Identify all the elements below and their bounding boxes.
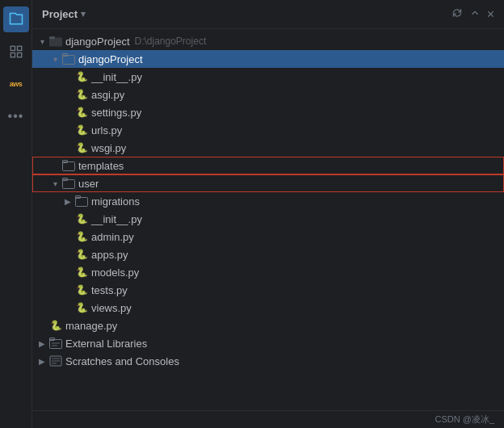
chevron-down-icon: ▾ xyxy=(81,9,86,19)
panel-header: Project ▾ × xyxy=(32,0,504,29)
svg-rect-5 xyxy=(49,36,55,39)
arrow-icon: ▾ xyxy=(48,55,61,64)
migrations-label: migrations xyxy=(91,195,140,208)
svg-rect-3 xyxy=(17,53,21,57)
file-tree: ▾ djangoProject D:\djangoProject ▾ djang… xyxy=(32,29,504,410)
python-file-icon: 🐍 xyxy=(74,213,89,224)
arrow-icon: ▾ xyxy=(36,37,48,46)
file-label: settings.py xyxy=(91,107,141,119)
file-label: tests.py xyxy=(91,284,128,296)
file-label: manage.py xyxy=(65,320,117,332)
svg-rect-12 xyxy=(76,198,88,207)
grid-activity-icon[interactable] xyxy=(3,39,29,65)
bottom-bar-text: CSDN @凌冰_ xyxy=(435,413,494,426)
folder-sq-icon xyxy=(61,178,76,189)
file-label: admin.py xyxy=(91,231,134,243)
tree-item-apps[interactable]: 🐍 apps.py xyxy=(32,245,504,263)
arrow-icon: ▶ xyxy=(36,339,48,348)
python-file-icon: 🐍 xyxy=(74,71,89,82)
file-label: __init__.py xyxy=(91,213,142,225)
svg-rect-8 xyxy=(63,162,75,171)
python-file-icon: 🐍 xyxy=(74,266,89,278)
file-label: urls.py xyxy=(91,124,122,136)
panel-title[interactable]: Project ▾ xyxy=(42,8,86,20)
python-file-icon: 🐍 xyxy=(74,107,89,118)
arrow-icon: ▶ xyxy=(36,357,48,366)
svg-rect-6 xyxy=(63,56,75,65)
tree-item-tests[interactable]: 🐍 tests.py xyxy=(32,281,504,299)
scratches-label: Scratches and Consoles xyxy=(65,355,179,367)
python-file-icon: 🐍 xyxy=(74,231,89,242)
arrow-icon: ▾ xyxy=(48,179,61,188)
tree-item-init-1[interactable]: 🐍 __init__.py xyxy=(32,68,504,86)
tree-item-views[interactable]: 🐍 views.py xyxy=(32,299,504,317)
panel-actions: × xyxy=(452,7,494,22)
folder-icon xyxy=(48,36,63,47)
python-file-icon: 🐍 xyxy=(74,302,89,313)
tree-item-migrations[interactable]: ▶ migrations xyxy=(32,192,504,210)
folder-outline-icon xyxy=(61,160,76,171)
tree-item-admin[interactable]: 🐍 admin.py xyxy=(32,228,504,245)
tree-item-wsgi[interactable]: 🐍 wsgi.py xyxy=(32,139,504,157)
aws-activity-icon[interactable]: aws xyxy=(3,71,29,97)
svg-rect-2 xyxy=(10,53,15,57)
tree-item-djangoproject-sub[interactable]: ▾ djangoProject xyxy=(32,50,504,68)
sub-folder-label: djangoProject xyxy=(78,53,143,65)
main-panel: Project ▾ × ▾ xyxy=(32,0,504,428)
library-icon xyxy=(48,338,63,349)
tree-item-external[interactable]: ▶ External Libraries xyxy=(32,334,504,352)
file-label: wsgi.py xyxy=(91,142,126,154)
tree-item-models[interactable]: 🐍 models.py xyxy=(32,263,504,281)
external-label: External Libraries xyxy=(65,338,147,350)
root-folder-path: D:\djangoProject xyxy=(135,36,207,47)
close-icon[interactable]: × xyxy=(487,7,494,22)
file-label: asgi.py xyxy=(91,89,124,101)
folder-sq-icon xyxy=(61,53,76,65)
user-label: user xyxy=(78,178,99,190)
svg-rect-14 xyxy=(50,340,62,349)
file-label: __init__.py xyxy=(91,71,142,83)
tree-item-manage[interactable]: 🐍 manage.py xyxy=(32,317,504,334)
tree-item-init-2[interactable]: 🐍 __init__.py xyxy=(32,210,504,228)
python-file-icon: 🐍 xyxy=(74,284,89,296)
more-activity-icon[interactable]: ••• xyxy=(3,103,29,129)
svg-rect-10 xyxy=(63,180,75,189)
panel-title-text: Project xyxy=(42,8,78,20)
python-file-icon: 🐍 xyxy=(74,89,89,100)
folder-sq-icon xyxy=(74,195,89,207)
file-label: models.py xyxy=(91,266,139,279)
arrow-icon: ▶ xyxy=(61,197,74,206)
sync-icon[interactable] xyxy=(452,7,463,21)
tree-item-scratches[interactable]: ▶ Scratches and Consoles xyxy=(32,352,504,370)
tree-item-user[interactable]: ▾ user xyxy=(32,174,504,192)
tree-item-urls[interactable]: 🐍 urls.py xyxy=(32,121,504,139)
scratch-icon xyxy=(48,355,63,367)
svg-rect-4 xyxy=(49,38,62,46)
templates-label: templates xyxy=(78,160,124,172)
file-label: views.py xyxy=(91,302,132,314)
activity-bar: aws ••• xyxy=(0,0,32,428)
python-file-icon: 🐍 xyxy=(74,249,89,260)
svg-rect-1 xyxy=(17,46,21,50)
bottom-bar: CSDN @凌冰_ xyxy=(32,410,504,428)
tree-item-djangoproject-root[interactable]: ▾ djangoProject D:\djangoProject xyxy=(32,32,504,50)
file-label: apps.py xyxy=(91,249,128,261)
python-file-icon: 🐍 xyxy=(74,124,89,136)
python-file-icon: 🐍 xyxy=(74,142,89,153)
python-file-icon: 🐍 xyxy=(48,320,63,331)
tree-item-templates[interactable]: templates xyxy=(32,157,504,174)
svg-rect-0 xyxy=(10,46,15,50)
files-activity-icon[interactable] xyxy=(3,6,29,32)
root-folder-label: djangoProject xyxy=(65,36,130,48)
tree-item-asgi[interactable]: 🐍 asgi.py xyxy=(32,86,504,103)
expand-icon[interactable] xyxy=(469,7,481,21)
tree-item-settings[interactable]: 🐍 settings.py xyxy=(32,103,504,121)
